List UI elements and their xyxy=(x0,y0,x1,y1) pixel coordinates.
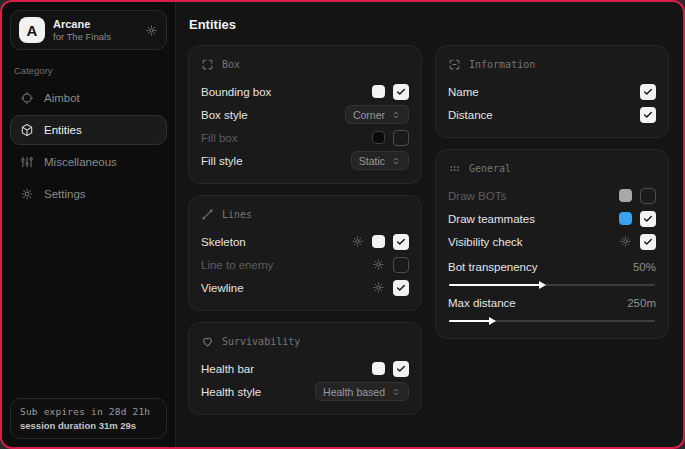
max-distance-slider[interactable] xyxy=(449,320,655,322)
line-to-enemy-checkbox[interactable] xyxy=(393,257,409,273)
setting-label: Fill box xyxy=(201,132,237,144)
panel-title: Information xyxy=(469,59,535,70)
bot-transparency-group: Bot transpenency 50% xyxy=(448,255,656,286)
general-panel: General Draw BOTs Draw teammates xyxy=(435,149,669,339)
setting-label: Line to enemy xyxy=(201,259,273,271)
scan-corners-icon xyxy=(201,58,214,71)
distance-checkbox[interactable] xyxy=(640,107,656,123)
line-to-enemy-config-gear-icon[interactable] xyxy=(372,258,385,271)
visibility-check-row: Visibility check xyxy=(448,230,656,253)
session-duration-text: session duration 31m 29s xyxy=(20,420,157,431)
box-style-row: Box style Corner xyxy=(201,103,409,126)
skeleton-config-gear-icon[interactable] xyxy=(351,235,364,248)
app-subtitle: for The Finals xyxy=(53,31,111,42)
category-label: Category xyxy=(14,65,163,76)
sidebar-item-label: Aimbot xyxy=(44,92,80,104)
draw-teammates-color-swatch[interactable] xyxy=(619,212,632,225)
heart-icon xyxy=(201,335,214,348)
slider-fill xyxy=(449,320,494,322)
viewline-row: Viewline xyxy=(201,276,409,299)
setting-label: Health bar xyxy=(201,363,254,375)
health-style-row: Health style Health based xyxy=(201,380,409,403)
information-panel: Information Name Distance xyxy=(435,45,669,138)
fill-box-checkbox[interactable] xyxy=(393,130,409,146)
draw-teammates-row: Draw teammates xyxy=(448,207,656,230)
name-checkbox[interactable] xyxy=(640,84,656,100)
panel-title: Box xyxy=(222,59,240,70)
skeleton-row: Skeleton xyxy=(201,230,409,253)
health-style-dropdown[interactable]: Health based xyxy=(315,382,409,401)
sidebar-nav: Aimbot Entities Miscellaneous Settings xyxy=(10,83,167,209)
sidebar-item-label: Miscellaneous xyxy=(44,156,117,168)
brand-settings-gear-icon[interactable] xyxy=(145,24,158,37)
dropdown-value: Corner xyxy=(353,109,385,121)
grid-dots-icon xyxy=(448,162,461,175)
sidebar-item-settings[interactable]: Settings xyxy=(10,179,167,209)
visibility-check-config-gear-icon[interactable] xyxy=(619,235,632,248)
bot-transparency-slider[interactable] xyxy=(449,284,655,286)
setting-label: Visibility check xyxy=(448,236,523,248)
name-row: Name xyxy=(448,80,656,103)
draw-bots-color-swatch[interactable] xyxy=(619,189,632,202)
health-bar-color-swatch[interactable] xyxy=(372,362,385,375)
fill-style-dropdown[interactable]: Static xyxy=(351,151,409,170)
page-title: Entities xyxy=(189,17,669,32)
sidebar-item-entities[interactable]: Entities xyxy=(10,115,167,145)
box-style-dropdown[interactable]: Corner xyxy=(345,105,409,124)
sidebar-item-aimbot[interactable]: Aimbot xyxy=(10,83,167,113)
app-window: A Arcane for The Finals Category Aimbot xyxy=(2,2,683,447)
box-panel: Box Bounding box Box style Corner xyxy=(188,45,422,184)
viewline-checkbox[interactable] xyxy=(393,280,409,296)
skeleton-color-swatch[interactable] xyxy=(372,235,385,248)
brand-text: Arcane for The Finals xyxy=(53,18,111,43)
setting-label: Name xyxy=(448,86,479,98)
draw-bots-checkbox[interactable] xyxy=(640,188,656,204)
visibility-check-checkbox[interactable] xyxy=(640,234,656,250)
fill-box-row: Fill box xyxy=(201,126,409,149)
app-name: Arcane xyxy=(53,18,111,31)
survivability-panel: Survivability Health bar Health style He… xyxy=(188,322,422,415)
main-content: Entities Box Bounding box xyxy=(176,2,683,447)
line-to-enemy-row: Line to enemy xyxy=(201,253,409,276)
app-logo: A xyxy=(19,17,45,43)
chevron-up-down-icon xyxy=(391,387,401,397)
scan-text-icon xyxy=(448,58,461,71)
sliders-icon xyxy=(20,155,34,169)
max-distance-value: 250m xyxy=(627,297,656,309)
cube-icon xyxy=(20,123,34,137)
health-bar-checkbox[interactable] xyxy=(393,361,409,377)
dropdown-value: Static xyxy=(359,155,385,167)
setting-label: Fill style xyxy=(201,155,243,167)
slider-fill xyxy=(449,284,544,286)
sidebar: A Arcane for The Finals Category Aimbot xyxy=(2,2,176,447)
setting-label: Health style xyxy=(201,386,261,398)
fill-box-color-swatch[interactable] xyxy=(372,131,385,144)
bot-transparency-value: 50% xyxy=(633,261,656,273)
right-column: Information Name Distance xyxy=(435,45,669,339)
setting-label: Draw BOTs xyxy=(448,190,506,202)
subscription-info-card: Sub expires in 28d 21h session duration … xyxy=(10,398,167,439)
diagonal-line-icon xyxy=(201,208,214,221)
panel-title: General xyxy=(469,163,511,174)
viewline-config-gear-icon[interactable] xyxy=(372,281,385,294)
max-distance-group: Max distance 250m xyxy=(448,291,656,322)
bounding-box-checkbox[interactable] xyxy=(393,84,409,100)
gear-icon xyxy=(20,187,34,201)
sidebar-item-label: Settings xyxy=(44,188,86,200)
draw-teammates-checkbox[interactable] xyxy=(640,211,656,227)
setting-label: Box style xyxy=(201,109,248,121)
chevron-up-down-icon xyxy=(391,110,401,120)
setting-label: Bounding box xyxy=(201,86,271,98)
sub-expiry-text: Sub expires in 28d 21h xyxy=(20,406,157,417)
bounding-box-color-swatch[interactable] xyxy=(372,85,385,98)
sidebar-item-miscellaneous[interactable]: Miscellaneous xyxy=(10,147,167,177)
skeleton-checkbox[interactable] xyxy=(393,234,409,250)
fill-style-row: Fill style Static xyxy=(201,149,409,172)
bounding-box-row: Bounding box xyxy=(201,80,409,103)
panel-title: Lines xyxy=(222,209,252,220)
left-column: Box Bounding box Box style Corner xyxy=(188,45,422,415)
setting-label: Viewline xyxy=(201,282,244,294)
app-window-frame: A Arcane for The Finals Category Aimbot xyxy=(0,0,685,449)
setting-label: Distance xyxy=(448,109,493,121)
sidebar-item-label: Entities xyxy=(44,124,82,136)
